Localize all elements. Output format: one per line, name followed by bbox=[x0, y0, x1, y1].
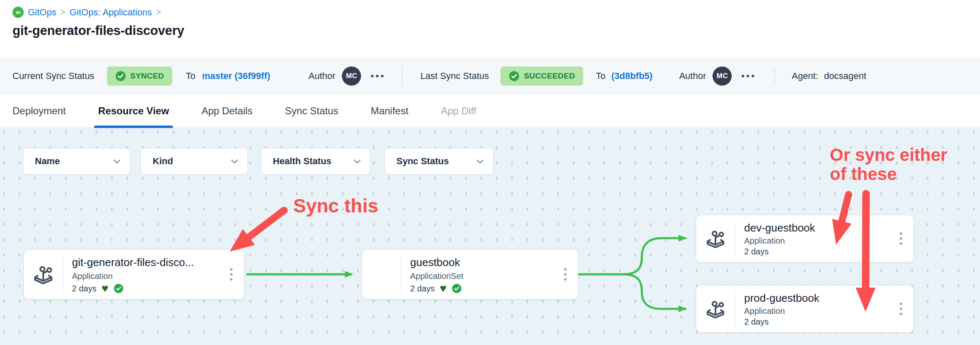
sync-status-bar: Current Sync Status SYNCED To master (36… bbox=[0, 58, 980, 94]
page-header: ∞ GitOps > GitOps: Applications > git-ge… bbox=[0, 0, 980, 58]
author-avatar: MC bbox=[713, 67, 732, 86]
node-menu-button[interactable] bbox=[221, 250, 244, 299]
current-sync-status-label: Current Sync Status bbox=[12, 71, 94, 81]
node-kind: Application bbox=[744, 236, 891, 246]
author-label: Author bbox=[309, 71, 336, 81]
filter-sync-status[interactable]: Sync Status bbox=[384, 148, 493, 175]
to-label: To bbox=[186, 71, 195, 81]
tab-app-diff[interactable]: App Diff bbox=[441, 94, 476, 128]
tab-deployment[interactable]: Deployment bbox=[12, 94, 66, 128]
breadcrumb: ∞ GitOps > GitOps: Applications > bbox=[12, 7, 161, 18]
node-kind: Application bbox=[744, 306, 891, 316]
tab-manifest[interactable]: Manifest bbox=[371, 94, 408, 128]
check-circle-icon bbox=[115, 71, 126, 81]
chevron-down-icon bbox=[113, 159, 121, 164]
filter-health-status[interactable]: Health Status bbox=[261, 148, 371, 175]
filter-kind[interactable]: Kind bbox=[141, 148, 248, 175]
last-sync-status-badge: SUCCEEDED bbox=[500, 67, 583, 86]
breadcrumb-separator: > bbox=[156, 7, 161, 17]
filter-label: Name bbox=[35, 156, 60, 167]
last-revision-link[interactable]: (3d8bfb5) bbox=[611, 71, 653, 81]
tab-resource-view[interactable]: Resource View bbox=[98, 94, 169, 128]
tab-bar: Deployment Resource View App Details Syn… bbox=[0, 94, 980, 128]
node-name: prod-guestbook bbox=[744, 292, 891, 305]
more-authors-button[interactable] bbox=[370, 72, 384, 80]
node-menu-button[interactable] bbox=[555, 250, 578, 299]
application-icon bbox=[704, 297, 727, 320]
agent-value: docsagent bbox=[824, 71, 866, 81]
author-label: Author bbox=[679, 71, 706, 81]
filter-label: Health Status bbox=[273, 156, 332, 167]
node-age: 2 days bbox=[410, 284, 435, 293]
current-sync-status-badge: SYNCED bbox=[107, 67, 173, 86]
node-age: 2 days bbox=[72, 284, 97, 293]
empty-icon-slot bbox=[362, 250, 401, 299]
annotation-line-2: of these bbox=[830, 165, 947, 184]
node-guestbook[interactable]: guestbook ApplicationSet 2 days ♥ bbox=[362, 249, 578, 299]
breadcrumb-link-gitops[interactable]: GitOps bbox=[28, 7, 56, 18]
node-kind: ApplicationSet bbox=[410, 271, 555, 281]
application-icon bbox=[31, 262, 55, 286]
active-tab-underline bbox=[94, 126, 173, 128]
page-title: git-generator-files-discovery bbox=[12, 23, 184, 38]
chevron-down-icon bbox=[231, 159, 238, 164]
to-label: To bbox=[596, 71, 605, 81]
filter-label: Sync Status bbox=[396, 156, 449, 167]
annotation-or-sync-either: Or sync either of these bbox=[830, 145, 947, 184]
divider bbox=[402, 67, 403, 85]
tab-app-details[interactable]: App Details bbox=[201, 94, 252, 128]
agent-label: Agent: bbox=[792, 71, 818, 81]
current-revision-link[interactable]: master (36f99ff) bbox=[202, 71, 270, 81]
annotation-sync-this: Sync this bbox=[293, 195, 379, 217]
node-name: guestbook bbox=[410, 256, 555, 269]
filter-name[interactable]: Name bbox=[23, 148, 130, 175]
node-menu-button[interactable] bbox=[891, 215, 913, 262]
more-authors-button[interactable] bbox=[741, 72, 755, 80]
chevron-down-icon bbox=[354, 159, 361, 164]
breadcrumb-separator: > bbox=[60, 7, 65, 17]
last-sync-status-label: Last Sync Status bbox=[420, 71, 489, 81]
breadcrumb-link-applications[interactable]: GitOps: Applications bbox=[69, 7, 152, 18]
node-name: git-generator-files-disco... bbox=[72, 256, 221, 269]
node-age: 2 days bbox=[744, 317, 769, 327]
gitops-logo-icon: ∞ bbox=[12, 7, 24, 18]
tab-sync-status[interactable]: Sync Status bbox=[285, 94, 338, 128]
chevron-down-icon bbox=[476, 159, 484, 164]
node-dev-guestbook[interactable]: dev-guestbook Application 2 days bbox=[696, 215, 914, 262]
annotation-line-1: Or sync either bbox=[830, 145, 947, 165]
synced-check-icon bbox=[452, 283, 462, 293]
application-icon bbox=[704, 227, 727, 250]
check-circle-icon bbox=[509, 71, 520, 81]
author-avatar: MC bbox=[342, 67, 361, 86]
node-age: 2 days bbox=[744, 247, 769, 256]
health-heart-icon: ♥ bbox=[101, 284, 109, 293]
node-git-generator-files-discovery[interactable]: git-generator-files-disco... Application… bbox=[24, 249, 244, 299]
divider bbox=[774, 67, 775, 85]
node-menu-button[interactable] bbox=[891, 286, 913, 332]
filter-label: Kind bbox=[153, 156, 173, 167]
node-kind: Application bbox=[72, 271, 221, 281]
synced-check-icon bbox=[114, 283, 124, 293]
health-heart-icon: ♥ bbox=[440, 284, 447, 293]
node-name: dev-guestbook bbox=[744, 222, 891, 234]
last-sync-status-text: SUCCEEDED bbox=[524, 71, 575, 81]
gitops-app-page: ∞ GitOps > GitOps: Applications > git-ge… bbox=[0, 0, 980, 345]
node-prod-guestbook[interactable]: prod-guestbook Application 2 days bbox=[696, 285, 914, 333]
current-sync-status-text: SYNCED bbox=[130, 71, 164, 81]
